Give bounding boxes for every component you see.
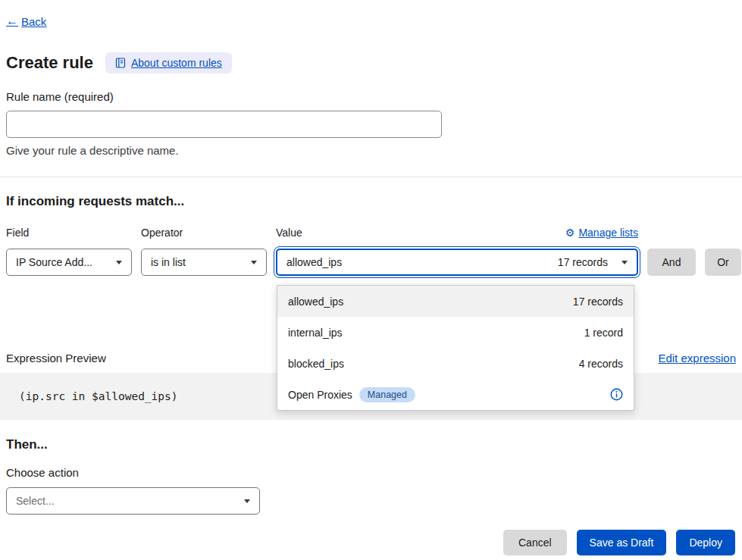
back-label: Back: [21, 15, 46, 28]
operator-select-value: is in list: [151, 256, 186, 268]
list-option-label: allowed_ips: [288, 296, 343, 308]
title-row: Create rule About custom rules: [0, 52, 742, 74]
chevron-down-icon: [251, 261, 257, 264]
list-option-label: blocked_ips: [288, 358, 344, 370]
list-option-label: internal_ips: [288, 327, 343, 339]
managed-badge: Managed: [359, 387, 415, 402]
value-select-wrap: allowed_ips 17 records allowed_ips 17 re…: [276, 249, 638, 276]
book-icon: [115, 58, 126, 68]
rule-name-label: Rule name (required): [0, 90, 742, 103]
operator-select[interactable]: is in list: [141, 249, 267, 276]
section-divider: [0, 177, 742, 177]
deploy-button[interactable]: Deploy: [676, 530, 735, 555]
action-select-placeholder: Select...: [16, 495, 55, 507]
or-button[interactable]: Or: [705, 249, 741, 276]
value-column-label-cell: Value ⚙ Manage lists: [276, 227, 638, 239]
list-dropdown-menu: allowed_ips 17 records internal_ips 1 re…: [277, 285, 634, 411]
about-custom-rules-link[interactable]: About custom rules: [105, 52, 232, 74]
about-custom-rules-label: About custom rules: [131, 57, 222, 69]
save-as-draft-button[interactable]: Save as Draft: [577, 530, 667, 555]
operator-column-label: Operator: [141, 227, 267, 239]
expression-code: (ip.src in $allowed_ips): [19, 390, 178, 402]
action-select[interactable]: Select...: [6, 487, 260, 515]
expression-preview-label: Expression Preview: [6, 352, 106, 364]
gear-icon: ⚙: [565, 227, 575, 238]
list-option-label: Open Proxies: [288, 389, 352, 401]
match-section-heading: If incoming requests match...: [0, 194, 742, 209]
rule-name-input[interactable]: [6, 111, 442, 138]
footer-actions: Cancel Save as Draft Deploy: [0, 530, 742, 555]
info-icon[interactable]: [610, 388, 623, 401]
list-option-records: 1 record: [584, 327, 623, 339]
value-select-records: 17 records: [558, 256, 608, 268]
list-option-allowed-ips[interactable]: allowed_ips 17 records: [277, 286, 634, 317]
and-button[interactable]: And: [647, 249, 696, 276]
back-row: ← Back: [0, 0, 742, 28]
page-title: Create rule: [6, 53, 93, 73]
then-section-heading: Then...: [0, 437, 742, 452]
list-option-records: 4 records: [579, 358, 623, 370]
back-arrow-icon: ←: [6, 14, 18, 28]
list-option-internal-ips[interactable]: internal_ips 1 record: [277, 317, 634, 348]
value-select[interactable]: allowed_ips 17 records: [276, 249, 638, 276]
manage-lists-link[interactable]: ⚙ Manage lists: [565, 227, 638, 239]
back-link[interactable]: ← Back: [6, 14, 46, 28]
rule-name-helper: Give your rule a descriptive name.: [0, 144, 742, 157]
match-column-labels: Field Operator Value ⚙ Manage lists: [0, 227, 742, 239]
rule-name-row: [0, 111, 742, 138]
manage-lists-label: Manage lists: [578, 227, 638, 239]
value-column-label: Value: [276, 227, 302, 239]
list-option-records: 17 records: [573, 296, 623, 308]
chevron-down-icon: [116, 261, 122, 264]
cancel-button[interactable]: Cancel: [503, 530, 567, 555]
list-option-open-proxies[interactable]: Open Proxies Managed: [277, 379, 634, 410]
field-select-value: IP Source Add...: [16, 256, 92, 268]
value-select-value: allowed_ips: [286, 256, 342, 268]
field-select[interactable]: IP Source Add...: [6, 249, 132, 276]
chevron-down-icon: [244, 499, 250, 503]
field-column-label: Field: [6, 227, 132, 239]
choose-action-label: Choose action: [0, 466, 742, 479]
match-condition-row: IP Source Add... is in list allowed_ips …: [0, 249, 742, 276]
create-rule-page: ← Back Create rule About custom rules Ru…: [0, 0, 742, 560]
chevron-down-icon: [621, 261, 628, 264]
list-option-blocked-ips[interactable]: blocked_ips 4 records: [277, 348, 634, 379]
edit-expression-link[interactable]: Edit expression: [658, 352, 736, 364]
